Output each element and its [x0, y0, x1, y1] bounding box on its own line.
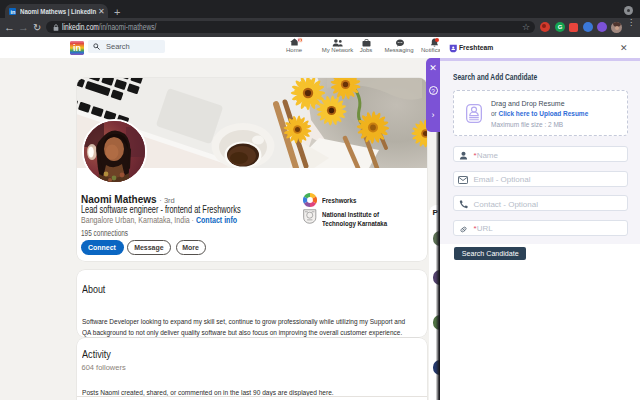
svg-text:in: in	[73, 43, 81, 53]
